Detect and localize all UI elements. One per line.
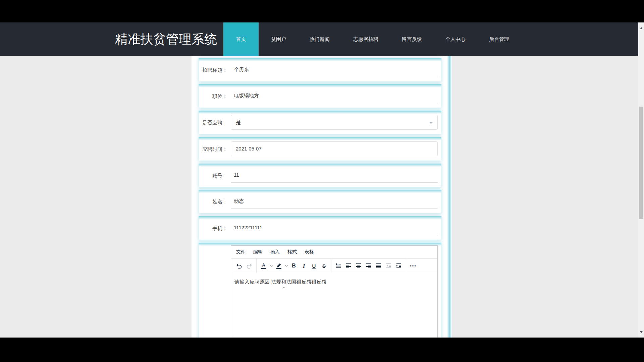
- italic-button[interactable]: I: [299, 261, 309, 270]
- scrollbar-thumb[interactable]: [639, 107, 643, 219]
- scrollbar[interactable]: [638, 22, 644, 338]
- field-row-account: 账号： 11: [199, 164, 441, 187]
- site-title: 精准扶贫管理系统: [115, 22, 217, 56]
- highlight-color-button[interactable]: [274, 261, 284, 270]
- underline-icon: U: [312, 263, 316, 268]
- highlight-color-menu-button[interactable]: [284, 261, 289, 270]
- bold-icon: B: [292, 263, 296, 268]
- editor-menu-edit[interactable]: 编辑: [252, 248, 264, 256]
- field-row-reason-editor: 文件 编辑 插入 格式 表格: [199, 243, 441, 338]
- field-row-apply-status: 是否应聘： 是: [199, 111, 441, 134]
- phone-input[interactable]: 11122211111: [231, 220, 438, 235]
- nav-item-admin[interactable]: 后台管理: [489, 36, 509, 43]
- browser-viewport: 精准扶贫管理系统 首页 贫困户 热门新闻 志愿者招聘 留言反馈 个人中心 后台管…: [0, 22, 644, 338]
- position-input[interactable]: 电饭锅地方: [231, 88, 438, 103]
- more-options-icon: •••: [410, 263, 417, 268]
- align-center-icon: [355, 262, 362, 269]
- scroll-up-button[interactable]: [638, 25, 644, 31]
- align-left-button[interactable]: [343, 261, 354, 270]
- nav-item-home[interactable]: 首页: [223, 22, 259, 56]
- toolbar-group-format: A: [256, 259, 331, 273]
- indent-icon: [395, 262, 402, 269]
- mouse-ibeam-cursor: [282, 281, 286, 289]
- more-options-button[interactable]: •••: [408, 261, 418, 270]
- apply-date-label: 应聘时间：: [199, 138, 227, 161]
- align-right-icon: [365, 262, 372, 269]
- chevron-down-icon: [285, 265, 288, 267]
- scroll-down-button[interactable]: [638, 329, 644, 335]
- editor-content-text: 请输入应聘原因 法规和法国很反感很反感: [234, 279, 326, 285]
- text-caret: [327, 279, 327, 285]
- redo-icon: [246, 262, 253, 269]
- apply-status-value: 是: [236, 119, 241, 125]
- editor-content-area[interactable]: 请输入应聘原因 法规和法国很反感很反感: [231, 273, 437, 338]
- justify-button[interactable]: [374, 261, 384, 270]
- editor-menu-insert[interactable]: 插入: [269, 248, 281, 256]
- triangle-up-icon: [640, 27, 643, 29]
- apply-status-label: 是否应聘：: [199, 111, 227, 134]
- strikethrough-button[interactable]: S: [319, 261, 329, 270]
- undo-icon: [236, 262, 243, 269]
- recruit-title-input[interactable]: 个房东: [231, 62, 438, 77]
- outdent-button[interactable]: [384, 261, 394, 270]
- phone-label: 手机：: [199, 217, 227, 240]
- field-row-phone: 手机： 11122211111: [199, 217, 441, 240]
- bold-button[interactable]: B: [289, 261, 299, 270]
- nav-item-poor-households[interactable]: 贫困户: [271, 36, 286, 43]
- field-row-name: 姓名： 动态: [199, 190, 441, 213]
- align-left-icon: [345, 262, 352, 269]
- nav-item-hot-news[interactable]: 热门新闻: [310, 36, 330, 43]
- outdent-icon: [385, 262, 392, 269]
- toolbar-group-history: [232, 259, 256, 273]
- align-center-button[interactable]: [354, 261, 364, 270]
- field-row-position: 职位： 电饭锅地方: [199, 85, 441, 108]
- justify-icon: [375, 262, 382, 269]
- rich-text-editor: 文件 编辑 插入 格式 表格: [231, 245, 438, 338]
- editor-menu-table[interactable]: 表格: [303, 248, 315, 256]
- nav-item-feedback[interactable]: 留言反馈: [402, 36, 422, 43]
- account-input[interactable]: 11: [231, 168, 438, 183]
- nav-item-personal-center[interactable]: 个人中心: [445, 36, 466, 43]
- chevron-down-icon: [270, 265, 273, 267]
- text-color-button[interactable]: A: [259, 261, 269, 270]
- text-color-menu-button[interactable]: [269, 261, 274, 270]
- name-label: 姓名：: [199, 190, 227, 213]
- apply-date-input[interactable]: 2021-05-07: [231, 141, 438, 156]
- text-color-icon: A: [261, 263, 266, 269]
- recruit-title-label: 招聘标题：: [199, 59, 227, 81]
- redo-button[interactable]: [244, 261, 254, 270]
- apply-status-select[interactable]: 是: [231, 115, 438, 130]
- editor-menubar: 文件 编辑 插入 格式 表格: [231, 246, 437, 258]
- nav-item-volunteer-recruit[interactable]: 志愿者招聘: [353, 36, 378, 43]
- field-row-recruit-title: 招聘标题： 个房东: [199, 59, 441, 81]
- main-menu: 首页 贫困户 热门新闻 志愿者招聘 留言反馈 个人中心 后台管理: [223, 22, 509, 56]
- editor-menu-format[interactable]: 格式: [286, 248, 298, 256]
- navbar: 精准扶贫管理系统 首页 贫困户 热门新闻 志愿者招聘 留言反馈 个人中心 后台管…: [0, 22, 638, 56]
- line-height-button[interactable]: [333, 261, 343, 270]
- line-height-icon: [335, 262, 342, 269]
- field-row-apply-date: 应聘时间： 2021-05-07: [199, 138, 441, 161]
- strikethrough-icon: S: [322, 263, 326, 268]
- indent-button[interactable]: [394, 261, 404, 270]
- account-label: 账号：: [199, 164, 227, 187]
- toolbar-group-more: •••: [406, 259, 420, 273]
- name-input[interactable]: 动态: [231, 194, 438, 209]
- italic-icon: I: [303, 263, 305, 269]
- screen: 精准扶贫管理系统 首页 贫困户 热门新闻 志愿者招聘 留言反馈 个人中心 后台管…: [0, 0, 644, 362]
- triangle-down-icon: [640, 331, 643, 333]
- chevron-down-icon: [429, 122, 433, 124]
- editor-toolbar: A: [231, 258, 437, 273]
- highlight-color-icon: [276, 263, 281, 269]
- position-label: 职位：: [199, 85, 227, 108]
- form-panel: 招聘标题： 个房东 职位： 电饭锅地方 是否应聘： 是 应聘时间： 2021-0…: [192, 56, 452, 338]
- toolbar-group-align: [331, 259, 406, 273]
- editor-menu-file[interactable]: 文件: [235, 248, 247, 256]
- align-right-button[interactable]: [364, 261, 374, 270]
- underline-button[interactable]: U: [309, 261, 319, 270]
- panel-right-glow: [447, 56, 452, 338]
- undo-button[interactable]: [234, 261, 244, 270]
